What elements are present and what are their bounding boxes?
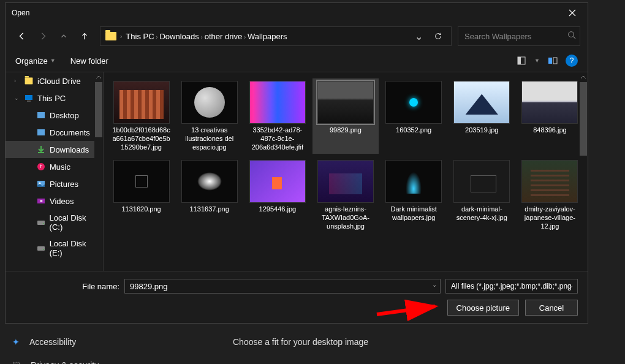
file-item[interactable]: Dark minimalist wallpapers.jpg — [381, 157, 447, 233]
sidebar-scrollbar[interactable] — [94, 72, 103, 271]
settings-nav-privacy[interactable]: 🛡 Privacy & security — [12, 360, 99, 364]
svg-point-14 — [43, 223, 44, 224]
file-thumbnail — [249, 160, 306, 203]
navbar: › This PC › Downloads › other drive › Wa… — [6, 23, 588, 50]
svg-point-0 — [569, 32, 574, 37]
file-item[interactable]: 1131620.png — [108, 157, 174, 233]
file-item[interactable]: 203519.jpg — [449, 78, 515, 154]
search-box[interactable] — [458, 26, 580, 46]
file-name: 1131620.png — [121, 205, 161, 214]
svg-rect-5 — [25, 95, 32, 100]
disk-icon — [36, 243, 46, 253]
generic-icon — [36, 127, 46, 137]
filename-label: File name: — [15, 282, 119, 291]
sidebar-item-local-disk-e-[interactable]: Local Disk (E:) — [6, 235, 103, 261]
sidebar-item-this-pc[interactable]: ⌄This PC — [6, 89, 103, 107]
up-button[interactable] — [75, 27, 94, 45]
sidebar-item-local-disk-c-[interactable]: Local Disk (C:) — [6, 210, 103, 235]
chevron-down-icon[interactable]: ▼ — [534, 58, 540, 64]
svg-rect-4 — [553, 58, 557, 64]
file-thumbnail — [385, 160, 442, 203]
file-name: 848396.jpg — [533, 126, 566, 135]
organize-button[interactable]: Organize ▼ — [15, 56, 56, 66]
tree-label: Pictures — [50, 180, 78, 189]
file-item[interactable]: 160352.png — [381, 78, 447, 154]
sidebar-item-desktop[interactable]: Desktop — [6, 107, 103, 124]
svg-point-16 — [43, 249, 44, 250]
file-name: 203519.jpg — [465, 126, 498, 135]
help-button[interactable]: ? — [566, 55, 578, 67]
privacy-label: Privacy & security — [31, 360, 99, 364]
svg-point-9 — [37, 163, 45, 170]
filetype-value: All files (*.jpg;*.jpeg;*.bmp;*.dib;*.pn… — [451, 282, 572, 290]
downloads-icon — [36, 145, 46, 154]
file-item[interactable]: dark-minimal-scenery-4k-xj.jpg — [449, 157, 515, 233]
chevron-down-icon: ▼ — [50, 58, 56, 64]
back-button[interactable] — [13, 27, 31, 45]
tree-label: Desktop — [50, 111, 79, 120]
view-mode-button[interactable] — [515, 54, 528, 67]
file-thumbnail — [317, 81, 374, 124]
tree-label: Local Disk (E:) — [50, 239, 99, 257]
choose-picture-button[interactable]: Choose picture — [447, 300, 519, 316]
file-thumbnail — [521, 81, 578, 124]
sidebar-item-downloads[interactable]: Downloads — [6, 141, 103, 158]
accessibility-label: Accessibility — [29, 337, 76, 347]
organize-label: Organize — [15, 56, 48, 66]
tree-label: Documents — [50, 128, 90, 137]
file-name: 3352bd42-ad78-487c-9c1e-206a6d340efe.jfi… — [247, 126, 308, 151]
filename-input[interactable] — [124, 279, 441, 294]
file-thumbnail — [385, 81, 442, 124]
sidebar-scroll-thumb[interactable] — [95, 82, 102, 137]
forward-button[interactable] — [34, 27, 52, 45]
file-item[interactable]: 3352bd42-ad78-487c-9c1e-206a6d340efe.jfi… — [244, 78, 310, 154]
accessibility-icon: ✦ — [12, 337, 20, 347]
sidebar: ›iCloud Drive⌄This PCDesktopDocumentsDow… — [6, 72, 104, 271]
breadcrumb-wallpapers[interactable]: Wallpapers — [248, 32, 287, 41]
sidebar-item-documents[interactable]: Documents — [6, 124, 103, 141]
sidebar-item-pictures[interactable]: Pictures — [6, 175, 103, 192]
content-scroll-thumb[interactable] — [580, 82, 587, 156]
settings-nav-accessibility[interactable]: ✦ Accessibility — [12, 337, 99, 347]
breadcrumb-downloads[interactable]: Downloads — [159, 32, 199, 41]
file-item[interactable]: 848396.jpg — [517, 78, 583, 154]
address-bar[interactable]: › This PC › Downloads › other drive › Wa… — [100, 26, 452, 46]
file-item[interactable]: 1131637.png — [176, 157, 242, 233]
file-thumbnail — [317, 160, 374, 203]
file-name: 1b00db2f0168d68ca661a67cbe4f0e5b15290be7… — [111, 126, 172, 151]
content-scrollbar[interactable] — [579, 72, 588, 271]
file-name: 1295446.jpg — [259, 205, 297, 214]
filetype-select[interactable]: All files (*.jpg;*.jpeg;*.bmp;*.dib;*.pn… — [445, 279, 578, 294]
file-item[interactable]: 13 creativas ilustraciones del espacio.j… — [176, 78, 242, 154]
file-item[interactable]: dmitry-zaviyalov-japanese-village-12.jpg — [517, 157, 583, 233]
tree-label: iCloud Drive — [37, 77, 81, 86]
file-name: Dark minimalist wallpapers.jpg — [384, 205, 444, 222]
sidebar-item-icloud-drive[interactable]: ›iCloud Drive — [6, 72, 103, 89]
file-thumbnail — [521, 160, 578, 203]
new-folder-button[interactable]: New folder — [70, 56, 108, 66]
close-button[interactable] — [563, 4, 581, 22]
preview-pane-button[interactable] — [546, 54, 559, 67]
file-item[interactable]: 99829.png — [312, 78, 378, 154]
file-name: agnis-leznins-TAXWIad0GoA-unsplash.jpg — [315, 205, 376, 230]
file-item[interactable]: 1b00db2f0168d68ca661a67cbe4f0e5b15290be7… — [108, 78, 174, 154]
file-item[interactable]: 1295446.jpg — [244, 157, 310, 233]
breadcrumb-this-pc[interactable]: This PC — [126, 32, 154, 41]
refresh-button[interactable] — [430, 32, 446, 40]
sidebar-item-videos[interactable]: Videos — [6, 192, 103, 210]
address-dropdown[interactable]: ⌄ — [411, 31, 426, 42]
search-input[interactable] — [464, 32, 567, 41]
recent-button[interactable] — [55, 27, 73, 45]
file-name: 99829.png — [330, 126, 362, 135]
file-name: dark-minimal-scenery-4k-xj.jpg — [452, 205, 512, 222]
tree-label: Music — [50, 162, 70, 172]
breadcrumb-other-drive[interactable]: other drive — [205, 32, 242, 41]
file-grid-area: 1b00db2f0168d68ca661a67cbe4f0e5b15290be7… — [104, 72, 588, 271]
svg-rect-7 — [37, 112, 45, 118]
cancel-button[interactable]: Cancel — [525, 300, 578, 316]
shield-icon: 🛡 — [12, 360, 21, 364]
file-item[interactable]: agnis-leznins-TAXWIad0GoA-unsplash.jpg — [312, 157, 378, 233]
svg-rect-2 — [518, 57, 521, 64]
sidebar-item-music[interactable]: Music — [6, 158, 103, 175]
file-thumbnail — [181, 81, 238, 124]
